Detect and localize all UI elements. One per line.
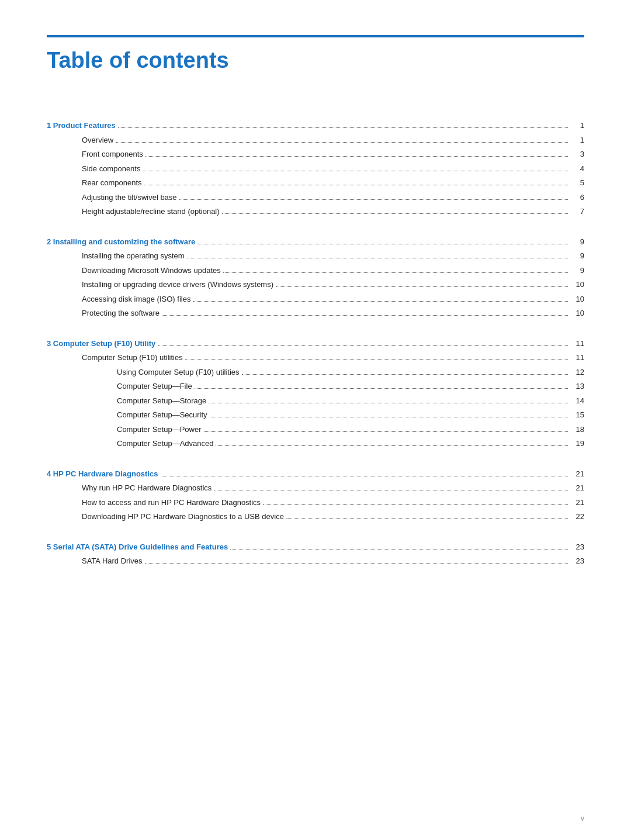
entry-dots: [116, 142, 568, 143]
chapter-dots-ch4: [161, 476, 568, 476]
entry-label: Height adjustable/recline stand (optiona…: [82, 206, 220, 217]
chapter-entry-ch5[interactable]: 5 Serial ATA (SATA) Drive Guidelines and…: [47, 541, 584, 553]
entry-page: 10: [570, 279, 584, 291]
entry-dots: [144, 185, 568, 185]
entry-dots: [222, 213, 568, 214]
chapter-entry-ch4[interactable]: 4 HP PC Hardware Diagnostics21: [47, 468, 584, 480]
entry-label: Installing the operating system: [82, 250, 185, 262]
chapter-page-ch1: 1: [570, 120, 584, 132]
entry-dots: [195, 388, 568, 389]
chapter-entry-ch1[interactable]: 1 Product Features1: [47, 120, 584, 132]
toc-entry[interactable]: Height adjustable/recline stand (optiona…: [47, 206, 584, 217]
entry-dots: [276, 286, 568, 287]
entry-page: 23: [570, 555, 584, 567]
entry-label: Installing or upgrading device drivers (…: [82, 279, 273, 291]
entry-page: 3: [570, 148, 584, 160]
entry-page: 10: [570, 307, 584, 319]
entry-label: Front components: [82, 148, 143, 160]
entry-dots: [209, 403, 568, 403]
entry-dots: [263, 504, 568, 505]
entry-dots: [187, 258, 568, 258]
entry-label: Computer Setup—Storage: [117, 395, 206, 407]
entry-page: 21: [570, 482, 584, 494]
chapter-page-ch5: 23: [570, 541, 584, 553]
top-border: [47, 35, 584, 37]
toc-entry[interactable]: Why run HP PC Hardware Diagnostics21: [47, 482, 584, 494]
entry-dots: [223, 272, 568, 273]
entry-dots: [214, 490, 568, 490]
entry-page: 19: [570, 438, 584, 450]
entry-dots: [204, 431, 568, 432]
chapter-entry-ch2[interactable]: 2 Installing and customizing the softwar…: [47, 236, 584, 248]
entry-page: 13: [570, 381, 584, 392]
toc-entry[interactable]: Accessing disk image (ISO) files10: [47, 293, 584, 305]
page-title: Table of contents: [47, 48, 584, 73]
toc-entry[interactable]: Downloading HP PC Hardware Diagnostics t…: [47, 511, 584, 523]
entry-dots: [185, 359, 568, 360]
toc-entry[interactable]: Computer Setup—Storage14: [47, 395, 584, 407]
entry-label: Computer Setup—Power: [117, 424, 202, 435]
entry-page: 10: [570, 293, 584, 305]
toc-entry[interactable]: Computer Setup—Security15: [47, 409, 584, 421]
entry-page: 5: [570, 177, 584, 189]
toc-entry[interactable]: Computer Setup—Advanced19: [47, 438, 584, 450]
entry-page: 11: [570, 352, 584, 364]
entry-label: SATA Hard Drives: [82, 555, 143, 567]
toc-entry[interactable]: Computer Setup (F10) utilities11: [47, 352, 584, 364]
toc-chapter-ch2: 2 Installing and customizing the softwar…: [47, 236, 584, 319]
chapter-entry-ch3[interactable]: 3 Computer Setup (F10) Utility11: [47, 338, 584, 350]
chapter-page-ch3: 11: [570, 338, 584, 350]
entry-page: 9: [570, 265, 584, 276]
chapter-dots-ch1: [118, 127, 568, 128]
entry-page: 1: [570, 134, 584, 146]
entry-dots: [242, 374, 568, 375]
toc-entry[interactable]: Overview1: [47, 134, 584, 146]
entry-page: 12: [570, 367, 584, 378]
toc-chapter-ch1: 1 Product Features1Overview1Front compon…: [47, 120, 584, 217]
chapter-label-ch4: 4 HP PC Hardware Diagnostics: [47, 468, 158, 480]
entry-label: Downloading Microsoft Windows updates: [82, 265, 221, 276]
chapter-dots-ch3: [158, 345, 568, 346]
entry-dots: [193, 301, 568, 302]
entry-label: Computer Setup—Security: [117, 409, 207, 421]
chapter-label-ch1: 1 Product Features: [47, 120, 116, 132]
toc-entry[interactable]: How to access and run HP PC Hardware Dia…: [47, 497, 584, 509]
entry-label: Why run HP PC Hardware Diagnostics: [82, 482, 212, 494]
toc-chapter-ch5: 5 Serial ATA (SATA) Drive Guidelines and…: [47, 541, 584, 567]
entry-label: Using Computer Setup (F10) utilities: [117, 367, 240, 378]
entry-dots: [145, 563, 568, 564]
toc-entry[interactable]: Front components3: [47, 148, 584, 160]
entry-label: Side components: [82, 163, 140, 175]
entry-label: How to access and run HP PC Hardware Dia…: [82, 497, 261, 509]
toc-entry[interactable]: Downloading Microsoft Windows updates9: [47, 265, 584, 276]
entry-dots: [162, 315, 568, 316]
chapter-label-ch5: 5 Serial ATA (SATA) Drive Guidelines and…: [47, 541, 228, 553]
entry-dots: [145, 156, 568, 157]
entry-dots: [216, 445, 568, 446]
toc-chapter-ch4: 4 HP PC Hardware Diagnostics21Why run HP…: [47, 468, 584, 523]
toc-entry[interactable]: Computer Setup—File13: [47, 381, 584, 392]
toc-entry[interactable]: Protecting the software10: [47, 307, 584, 319]
entry-label: Computer Setup—File: [117, 381, 192, 392]
toc-entry[interactable]: Rear components5: [47, 177, 584, 189]
entry-page: 15: [570, 409, 584, 421]
entry-dots: [143, 171, 568, 171]
entry-dots: [179, 199, 568, 200]
toc-entry[interactable]: Computer Setup—Power18: [47, 424, 584, 435]
chapter-page-ch2: 9: [570, 236, 584, 248]
entry-label: Accessing disk image (ISO) files: [82, 293, 190, 305]
entry-dots: [286, 518, 568, 519]
entry-page: 22: [570, 511, 584, 523]
toc-entry[interactable]: Adjusting the tilt/swivel base6: [47, 192, 584, 203]
entry-label: Downloading HP PC Hardware Diagnostics t…: [82, 511, 284, 523]
entry-page: 9: [570, 250, 584, 262]
entry-label: Protecting the software: [82, 307, 160, 319]
footer-page-number: v: [581, 814, 584, 822]
toc-entry[interactable]: Side components4: [47, 163, 584, 175]
toc-entry[interactable]: Installing the operating system9: [47, 250, 584, 262]
toc-entry[interactable]: SATA Hard Drives23: [47, 555, 584, 567]
toc-entry[interactable]: Using Computer Setup (F10) utilities12: [47, 367, 584, 378]
toc-container: 1 Product Features1Overview1Front compon…: [47, 120, 584, 567]
entry-dots: [210, 417, 568, 417]
toc-entry[interactable]: Installing or upgrading device drivers (…: [47, 279, 584, 291]
